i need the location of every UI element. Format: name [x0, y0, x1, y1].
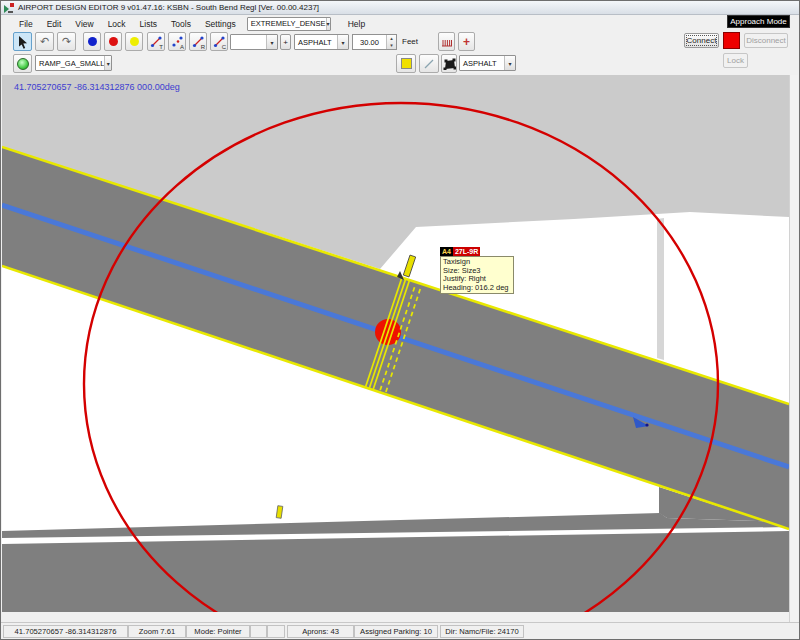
- yellow-square-icon: [401, 58, 412, 69]
- add-blue-point-button[interactable]: [83, 32, 101, 51]
- width-unit-label: Feet: [402, 37, 418, 46]
- parking-type-select[interactable]: RAMP_GA_SMALL ▾: [35, 55, 112, 71]
- tool-letter: A: [180, 44, 184, 50]
- add-link-name-button[interactable]: +: [280, 34, 291, 50]
- status-coordinates: 41.705270657 -86.314312876: [3, 625, 128, 638]
- polygon-icon: [443, 57, 456, 70]
- vertical-scrollbar[interactable]: [789, 75, 798, 622]
- blue-dot-icon: [88, 37, 97, 46]
- tool-letter: R: [201, 44, 205, 50]
- status-dir-file: Dir: Namc/File: 24170: [440, 625, 524, 638]
- tool-letter: C: [222, 44, 226, 50]
- status-aprons: Aprons: 43: [287, 625, 354, 638]
- connection-status-swatch: [723, 32, 740, 49]
- cursor-arrow-icon: [15, 34, 30, 49]
- sign-mandatory-text: 27L-9R: [453, 247, 480, 256]
- tooltip-body: Taxisign Size: Size3 Justify: Right Head…: [440, 256, 514, 294]
- connect-button[interactable]: Connect: [684, 33, 719, 48]
- menu-bar: File Edit View Lock Lists Tools Settings…: [1, 15, 799, 32]
- app-icon: [4, 3, 14, 13]
- window-title: AIRPORT DESIGN EDITOR 9 v01.47.16: KSBN …: [18, 3, 319, 12]
- chevron-down-icon[interactable]: ▾: [504, 56, 515, 70]
- redo-button[interactable]: ↷: [57, 32, 76, 51]
- parking-spot-tool-button[interactable]: [13, 54, 32, 73]
- polygon-surface-value: ASPHALT: [463, 59, 497, 68]
- surface-select[interactable]: ASPHALT ▾: [294, 34, 349, 50]
- taxisign-small[interactable]: [276, 506, 283, 519]
- menu-file[interactable]: File: [12, 17, 40, 31]
- bottom-apron-polygon[interactable]: [2, 531, 789, 612]
- disconnect-button[interactable]: Disconnect: [744, 33, 788, 48]
- add-object-button[interactable]: +: [458, 32, 475, 51]
- fence-icon: [440, 35, 453, 48]
- add-yellow-point-button[interactable]: [125, 32, 143, 51]
- taxiway-stripe[interactable]: [657, 218, 664, 360]
- runway-link-tool-button[interactable]: R: [189, 32, 207, 51]
- chevron-down-icon[interactable]: ▾: [266, 35, 277, 49]
- pointer-tool-button[interactable]: [13, 32, 32, 51]
- surface-value: ASPHALT: [298, 38, 332, 47]
- canvas-bottom-strip: [2, 612, 789, 622]
- paint-tool-button[interactable]: [396, 54, 416, 73]
- undo-button[interactable]: ↶: [35, 32, 54, 51]
- red-dot-icon: [109, 37, 118, 46]
- airport-map[interactable]: [2, 75, 789, 622]
- status-spacer: [267, 625, 285, 638]
- taxisign-selected[interactable]: [403, 255, 415, 277]
- spinner-arrows: ▴ ▾: [386, 35, 396, 49]
- plus-icon: +: [283, 38, 288, 47]
- menu-edit[interactable]: Edit: [40, 17, 69, 31]
- polygon-surface-select[interactable]: ASPHALT ▾: [459, 55, 516, 71]
- link-name-select[interactable]: ▾: [230, 34, 278, 50]
- app-window: AIRPORT DESIGN EDITOR 9 v01.47.16: KSBN …: [0, 0, 800, 640]
- green-circle-icon: [17, 58, 29, 70]
- tooltip-heading: Heading: 016.2 deg: [443, 284, 511, 293]
- density-select[interactable]: EXTREMELY_DENSE ▾: [247, 17, 331, 31]
- menu-lists[interactable]: Lists: [133, 17, 164, 31]
- chevron-down-icon[interactable]: ▾: [337, 35, 348, 49]
- title-bar: AIRPORT DESIGN EDITOR 9 v01.47.16: KSBN …: [1, 1, 799, 15]
- apron-link-tool-button[interactable]: A: [168, 32, 186, 51]
- tool-letter: T: [159, 44, 163, 50]
- sign-location-text: A4: [440, 247, 453, 256]
- undo-icon: ↶: [40, 36, 49, 47]
- width-spinner[interactable]: 30.00 ▴ ▾: [352, 34, 397, 50]
- spin-down-icon[interactable]: ▾: [387, 42, 396, 49]
- status-spacer: [250, 625, 267, 638]
- status-mode: Mode: Pointer: [186, 625, 250, 638]
- diagonal-line-icon: [422, 57, 436, 71]
- app-icon-shape: [10, 3, 14, 7]
- plus-icon: +: [463, 36, 470, 48]
- width-value: 30.00: [353, 38, 386, 47]
- app-icon-shape: [8, 11, 13, 13]
- taxisign-tooltip: A4 27L-9R Taxisign Size: Size3 Justify: …: [440, 247, 514, 294]
- menu-view[interactable]: View: [68, 17, 100, 31]
- menu-lock[interactable]: Lock: [101, 17, 133, 31]
- chevron-down-icon[interactable]: ▾: [326, 18, 330, 30]
- fence-tool-button[interactable]: [438, 32, 455, 51]
- density-value: EXTREMELY_DENSE: [251, 19, 326, 28]
- centerline-arrow-tip: [645, 423, 648, 426]
- polygon-tool-button[interactable]: [441, 54, 457, 73]
- add-red-point-button[interactable]: [104, 32, 122, 51]
- parking-type-value: RAMP_GA_SMALL: [39, 59, 104, 68]
- cursor-coordinates-readout: 41.705270657 -86.314312876 000.00deg: [14, 82, 180, 92]
- taxiway-link-tool-button[interactable]: T: [147, 32, 165, 51]
- yellow-dot-icon: [130, 37, 139, 46]
- menu-settings[interactable]: Settings: [198, 17, 243, 31]
- line-draw-tool-button[interactable]: [419, 54, 439, 73]
- status-zoom: Zoom 7.61: [128, 625, 186, 638]
- menu-help[interactable]: Help: [341, 17, 372, 31]
- connection-link-tool-button[interactable]: C: [210, 32, 228, 51]
- status-bar: 41.705270657 -86.314312876 Zoom 7.61 Mod…: [1, 622, 799, 639]
- redo-icon: ↷: [62, 36, 71, 47]
- status-assigned-parking: Assigned Parking: 10: [354, 625, 438, 638]
- lock-button[interactable]: Lock: [723, 53, 748, 68]
- menu-tools[interactable]: Tools: [164, 17, 198, 31]
- taxisign-label: A4 27L-9R: [440, 247, 480, 256]
- spin-up-icon[interactable]: ▴: [387, 35, 396, 42]
- map-canvas[interactable]: 41.705270657 -86.314312876 000.00deg A4 …: [2, 75, 789, 622]
- chevron-down-icon[interactable]: ▾: [104, 56, 111, 70]
- approach-mode-button[interactable]: Approach Mode: [727, 15, 790, 28]
